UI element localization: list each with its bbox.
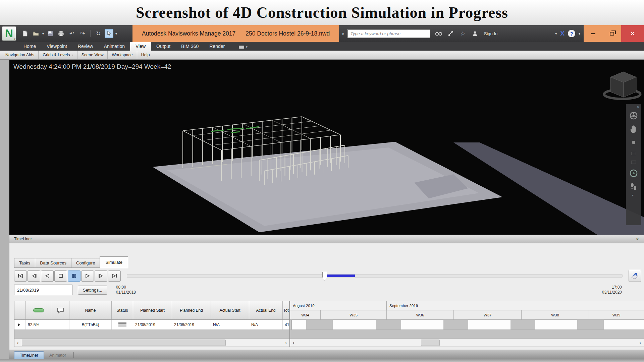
simulation-time-overlay: Wednesday 4:24:00 PM 21/08/2019 Day=294 … [13,63,171,70]
page-title: Screenshot of 4D Construction Simulation… [136,4,508,21]
zoom-icon[interactable] [628,136,639,149]
restore-button[interactable] [602,25,621,42]
table-row[interactable]: 92.5% B(TThB4) 21/08/2019 21/08/2019 N/A… [14,320,289,330]
search-binoculars-icon[interactable] [435,30,442,37]
window-controls [584,25,644,42]
refresh-icon[interactable]: ↻ [94,29,103,38]
tab-home[interactable]: Home [18,42,41,51]
date-input[interactable] [14,288,79,293]
simulate-controls [14,269,641,282]
header-progress[interactable] [26,301,51,319]
toolbar-grids-levels[interactable]: Grids & Levels▪ [39,51,77,59]
slider-thumb[interactable] [322,272,327,281]
gantt-task-row[interactable] [290,320,644,330]
tab-output[interactable]: Output [151,42,176,51]
navbar-more-caret[interactable]: ▾ [632,193,634,197]
step-back-button[interactable] [28,270,40,282]
gantt-month-row: August 2019 September 2019 [290,301,644,310]
titlebar: N▾ ▾ ↶ ↷ ↻ ▾ Autodesk Navisworks Manage … [0,25,644,42]
gantt-scroll-left-icon[interactable]: ‹ [290,339,297,347]
tab-viewpoint[interactable]: Viewpoint [41,42,72,51]
table-scrollbar: ‹ › [14,339,289,347]
tab-configure[interactable]: Configure [71,258,100,268]
open-dropdown-caret[interactable]: ▾ [42,32,44,36]
timeliner-close-icon[interactable]: ✕ [636,237,639,242]
undo-icon[interactable]: ↶ [67,29,76,38]
close-button[interactable] [621,25,644,42]
rewind-to-start-button[interactable] [14,270,27,282]
header-total[interactable]: Tot [283,301,289,319]
date-row: 15 Settings... 08:00 01/11/2018 17:00 03… [14,284,641,296]
tab-data-sources[interactable]: Data Sources [35,258,71,268]
dock-tab-animator[interactable]: Animator [44,352,71,359]
print-icon[interactable] [57,29,65,38]
go-to-end-button[interactable] [108,270,121,282]
steering-wheel-icon[interactable] [628,109,639,122]
view-cube[interactable] [604,72,640,99]
search-expander-icon[interactable]: ▸ [342,32,344,36]
simulation-slider[interactable] [127,274,623,278]
step-forward-button[interactable] [95,270,107,282]
toolbar-navigation-aids[interactable]: Navigation Aids [1,51,39,59]
select-arrow-icon[interactable] [105,29,113,38]
walk-icon[interactable] [628,180,639,193]
sign-in-button[interactable]: Sign In [484,31,497,36]
tab-simulate[interactable]: Simulate [100,256,128,268]
navbar-close-icon[interactable]: ✕ [637,105,640,109]
help-dropdown-caret[interactable]: ▾ [579,32,580,36]
header-planned-start[interactable]: Planned Start [133,301,172,319]
table-scroll-thumb[interactable] [22,340,226,346]
user-icon[interactable] [471,30,479,37]
header-actual-end[interactable]: Actual End [249,301,283,319]
orbit-icon[interactable] [628,167,639,180]
gantt-scroll-thumb[interactable] [421,340,440,346]
header-status[interactable]: Status [112,301,133,319]
range-start: 08:00 01/11/2018 [116,285,136,295]
signin-dropdown-caret[interactable]: ▾ [555,32,557,36]
tab-view[interactable]: View [130,42,151,51]
dock-tab-timeliner[interactable]: TimeLiner [14,351,44,359]
open-file-icon[interactable] [32,29,40,38]
scroll-right-icon[interactable]: › [283,339,289,347]
minimize-button[interactable] [584,25,602,42]
pause-button[interactable] [68,270,80,282]
tab-bim360[interactable]: BIM 360 [176,42,204,51]
viewport-canvas[interactable]: Selection Tree Wednesday 4:24:00 PM 21/0… [9,60,644,235]
gantt-scroll-right-icon[interactable]: › [637,339,644,347]
stop-button[interactable] [54,270,67,282]
tab-animation[interactable]: Animation [99,42,130,51]
header-name[interactable]: Name [69,301,112,319]
tab-render[interactable]: Render [204,42,230,51]
redo-icon[interactable]: ↷ [78,29,87,38]
search-input[interactable] [347,29,430,38]
view-toolbar: Navigation Aids Grids & Levels▪ Scene Vi… [0,51,644,60]
play-button[interactable] [81,270,94,282]
header-comment[interactable] [51,301,69,319]
tab-tasks[interactable]: Tasks [14,258,35,268]
qat-dropdown-caret[interactable]: ▾ [115,32,117,36]
communication-center-icon[interactable] [447,30,454,37]
save-icon[interactable] [46,29,55,38]
comment-bubble-icon [57,307,64,313]
toolbar-workspace[interactable]: Workspace [108,51,137,59]
toolbar-scene-view[interactable]: Scene View [77,51,108,59]
navisworks-logo-icon: N [5,27,13,40]
favorites-star-icon[interactable]: ☆ [459,30,467,37]
toolbar-help[interactable]: Help [137,51,154,59]
header-planned-end[interactable]: Planned End [172,301,211,319]
exchange-apps-icon[interactable]: X [560,30,565,37]
help-icon[interactable]: ? [568,30,575,37]
play-reverse-button[interactable] [41,270,54,282]
ribbon-display-toggle[interactable]: ▾ [239,45,248,51]
left-gutter [0,60,9,359]
header-actual-start[interactable]: Actual Start [211,301,249,319]
pan-hand-icon[interactable] [628,122,639,136]
scroll-left-icon[interactable]: ‹ [14,339,21,347]
app-menu-button[interactable]: N▾ [2,26,16,41]
new-document-icon[interactable] [21,29,30,38]
playback-controls [14,270,121,282]
tab-review[interactable]: Review [72,42,99,51]
export-animation-button[interactable] [629,270,641,282]
settings-button[interactable]: Settings... [78,286,107,295]
task-table: Name Status Planned Start Planned End Ac… [14,301,290,347]
